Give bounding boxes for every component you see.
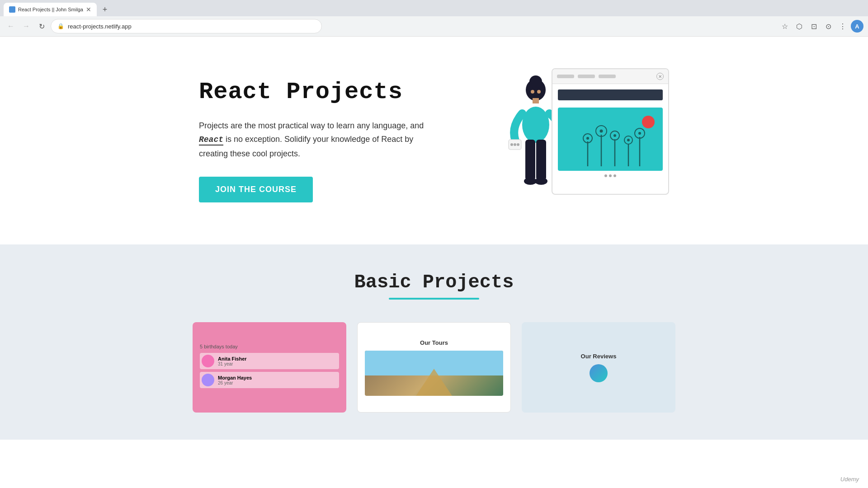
- hero-illustration: ✕: [497, 68, 669, 213]
- browser-chrome: React Projects || John Smilga ✕ + ← → ↻ …: [0, 0, 868, 37]
- svg-point-1: [529, 75, 542, 88]
- svg-point-19: [600, 130, 603, 133]
- hero-section: React Projects Projects are the most pra…: [163, 37, 705, 244]
- forward-button[interactable]: →: [20, 20, 33, 33]
- browser-toolbar: ← → ↻ 🔒 react-projects.netlify.app ☆ ⬡ ⊡…: [0, 16, 868, 36]
- svg-point-12: [531, 90, 534, 94]
- svg-rect-2: [533, 98, 539, 103]
- settings-icon[interactable]: ⊙: [822, 20, 835, 33]
- tours-title: Our Tours: [365, 339, 503, 346]
- tours-mockup: Our Tours: [358, 332, 510, 403]
- illus-plants: [574, 117, 646, 166]
- illus-red-circle: [642, 116, 655, 128]
- illus-cyan-area: [558, 108, 663, 171]
- section-title: Basic Projects: [36, 272, 832, 293]
- birthday-item: Anita Fisher 31 year: [200, 353, 339, 369]
- illus-dark-bar: [558, 89, 663, 100]
- birthday-header: 5 birthdays today: [200, 344, 339, 349]
- svg-point-13: [537, 90, 541, 94]
- basic-projects-section: Basic Projects 5 birthdays today Anita F…: [0, 244, 868, 440]
- reviews-mockup: Our Reviews: [522, 346, 675, 389]
- illustration-browser: ✕: [552, 68, 669, 195]
- birthday-avatar: [202, 355, 214, 367]
- svg-point-11: [535, 178, 547, 185]
- svg-rect-8: [525, 140, 535, 180]
- illus-nav3: [599, 75, 616, 78]
- description-before: Projects are the most practical way to l…: [199, 121, 424, 130]
- svg-point-10: [524, 178, 537, 185]
- reviews-card: Our Reviews: [522, 322, 675, 413]
- address-bar[interactable]: 🔒 react-projects.netlify.app: [51, 19, 322, 33]
- tours-card: Our Tours: [357, 322, 511, 413]
- back-button[interactable]: ←: [5, 20, 17, 33]
- illus-nav2: [578, 75, 595, 78]
- description-after: is no exception. Solidify your knowledge…: [199, 135, 413, 158]
- illustration-topbar: ✕: [552, 69, 668, 84]
- new-tab-button[interactable]: +: [99, 3, 111, 16]
- svg-point-3: [522, 107, 549, 143]
- page-title: React Projects: [199, 79, 443, 105]
- tours-image: [365, 351, 503, 396]
- bookmark-icon[interactable]: ☆: [778, 20, 791, 33]
- svg-rect-9: [536, 140, 546, 180]
- address-text: react-projects.netlify.app: [68, 23, 132, 30]
- chrome-cast-icon[interactable]: ⊡: [807, 20, 820, 33]
- hero-text: React Projects Projects are the most pra…: [199, 79, 443, 203]
- profile-avatar[interactable]: A: [851, 20, 863, 33]
- reload-button[interactable]: ↻: [35, 20, 48, 33]
- browser-tab[interactable]: React Projects || John Smilga ✕: [4, 3, 97, 16]
- birthday-card: 5 birthdays today Anita Fisher 31 year M…: [193, 322, 346, 413]
- birthday-name: Anita Fisher: [218, 356, 247, 361]
- page-content: React Projects Projects are the most pra…: [0, 37, 868, 440]
- browser-tab-bar: React Projects || John Smilga ✕ +: [0, 0, 868, 16]
- birthday-date: 31 year: [218, 361, 247, 366]
- illus-close-icon: ✕: [656, 73, 664, 80]
- projects-grid: 5 birthdays today Anita Fisher 31 year M…: [163, 322, 705, 413]
- svg-point-22: [613, 134, 616, 137]
- lock-icon: 🔒: [57, 23, 64, 29]
- svg-point-5: [510, 143, 513, 146]
- birthday-name: Morgan Hayes: [218, 375, 252, 380]
- tab-title: React Projects || John Smilga: [18, 7, 83, 12]
- illus-dot: [609, 174, 612, 177]
- react-word: React: [199, 135, 223, 145]
- birthday-item: Morgan Hayes 26 year: [200, 372, 339, 388]
- svg-point-7: [517, 143, 519, 146]
- section-underline: [389, 298, 479, 300]
- extensions-icon[interactable]: ⬡: [793, 20, 806, 33]
- svg-point-28: [638, 132, 641, 135]
- illustration-content: [552, 84, 668, 186]
- svg-point-6: [514, 143, 516, 146]
- svg-point-25: [627, 139, 630, 141]
- birthday-mockup: 5 birthdays today Anita Fisher 31 year M…: [193, 337, 346, 398]
- browser-toolbar-right: ☆ ⬡ ⊡ ⊙ ⋮ A: [778, 20, 863, 33]
- tab-close-icon[interactable]: ✕: [86, 6, 91, 13]
- review-avatar: [590, 364, 608, 382]
- more-icon[interactable]: ⋮: [836, 20, 849, 33]
- illus-nav1: [557, 75, 574, 78]
- section-header: Basic Projects: [36, 272, 832, 300]
- tab-favicon: [9, 6, 15, 13]
- illus-dot: [604, 174, 607, 177]
- illus-dot: [613, 174, 616, 177]
- pyramid-icon: [416, 369, 452, 396]
- birthday-avatar: [202, 374, 214, 386]
- join-course-button[interactable]: JOIN THE COURSE: [199, 177, 313, 202]
- reviews-title: Our Reviews: [529, 353, 668, 360]
- illus-dots: [558, 171, 663, 181]
- birthday-date: 26 year: [218, 380, 252, 385]
- hero-description: Projects are the most practical way to l…: [199, 119, 443, 161]
- svg-point-16: [586, 137, 589, 140]
